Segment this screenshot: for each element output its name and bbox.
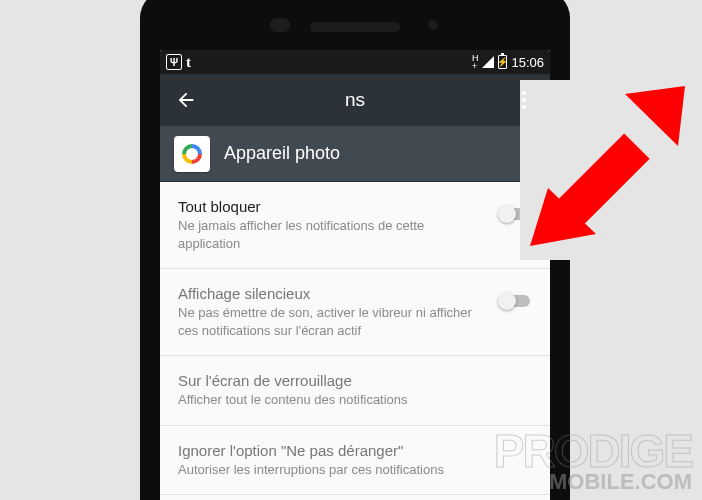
setting-subtitle: Ne pas émettre de son, activer le vibreu… [178, 304, 488, 339]
setting-title: Affichage silencieux [178, 285, 488, 302]
overflow-menu-button[interactable] [512, 88, 536, 112]
network-type-label: H+ [472, 54, 479, 70]
svg-marker-11 [625, 86, 685, 146]
app-bar: ns [160, 74, 550, 126]
setting-lockscreen[interactable]: Sur l'écran de verrouillage Afficher tou… [160, 356, 550, 426]
screen: Ψ t H+ ⚡ 15:06 ns [160, 50, 550, 500]
svg-marker-4 [598, 88, 678, 180]
clock-label: 15:06 [511, 55, 544, 70]
phone-frame: Ψ t H+ ⚡ 15:06 ns [140, 0, 570, 500]
back-button[interactable] [174, 88, 198, 112]
svg-marker-8 [616, 88, 678, 150]
app-name-label: Appareil photo [224, 143, 340, 164]
setting-title: Ignorer l'option "Ne pas déranger" [178, 442, 532, 459]
camera-app-icon [174, 136, 210, 172]
battery-icon: ⚡ [498, 55, 507, 69]
svg-marker-1 [612, 90, 680, 170]
setting-ignore-dnd[interactable]: Ignorer l'option "Ne pas déranger" Autor… [160, 426, 550, 496]
back-arrow-icon [175, 89, 197, 111]
setting-title: Tout bloquer [178, 198, 488, 215]
setting-subtitle: Ne jamais afficher les notifications de … [178, 217, 488, 252]
svg-rect-5 [574, 140, 648, 214]
app-header: Appareil photo [160, 126, 550, 182]
setting-subtitle: Autoriser les interruptions par ces noti… [178, 461, 532, 479]
settings-list: Tout bloquer Ne jamais afficher les noti… [160, 182, 550, 495]
toggle-switch[interactable] [498, 204, 532, 224]
app-badge-icon: t [186, 54, 191, 71]
setting-silent-display[interactable]: Affichage silencieux Ne pas émettre de s… [160, 269, 550, 356]
phone-side-button [568, 170, 574, 240]
setting-title: Sur l'écran de verrouillage [178, 372, 532, 389]
signal-icon [482, 56, 494, 68]
svg-marker-2 [558, 95, 680, 245]
phone-sensor-left [270, 18, 290, 32]
setting-subtitle: Afficher tout le contenu des notificatio… [178, 391, 532, 409]
setting-block-all[interactable]: Tout bloquer Ne jamais afficher les noti… [160, 182, 550, 269]
svg-marker-0 [562, 100, 680, 244]
usb-icon: Ψ [166, 54, 182, 70]
page-title: ns [160, 89, 550, 111]
toggle-switch[interactable] [498, 291, 532, 311]
status-bar: Ψ t H+ ⚡ 15:06 [160, 50, 550, 74]
phone-sensor-right [428, 20, 438, 30]
phone-speaker [310, 22, 400, 32]
